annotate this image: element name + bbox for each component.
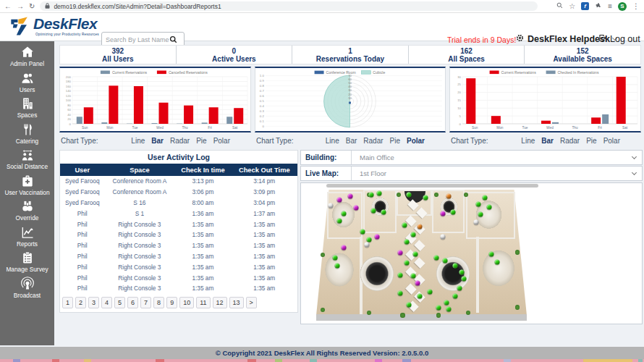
status-dot-white[interactable] [329, 203, 334, 208]
back-icon[interactable]: ← [4, 0, 12, 13]
chart-type-radar[interactable]: Radar [170, 137, 190, 145]
status-dot-white[interactable] [440, 235, 445, 240]
page-button-7[interactable]: 7 [140, 297, 151, 308]
sidebar-item-manage-survey[interactable]: Manage Survey [0, 251, 54, 273]
status-dot-green[interactable] [436, 305, 441, 310]
building-select[interactable]: Building: Main Office [300, 150, 643, 165]
profile-avatar[interactable]: S [618, 2, 627, 11]
status-dot-green[interactable] [360, 229, 365, 234]
chart-type-pie[interactable]: Pie [586, 137, 596, 145]
page-button-4[interactable]: 4 [101, 297, 112, 308]
deskflex-extension-icon[interactable]: f [581, 2, 589, 10]
map-scrollbar[interactable] [326, 184, 538, 188]
forward-icon[interactable]: → [17, 0, 24, 13]
page-button-11[interactable]: 11 [196, 297, 210, 308]
page-button-12[interactable]: 12 [213, 297, 227, 308]
page-button-10[interactable]: 10 [179, 297, 194, 308]
status-dot-green[interactable] [488, 251, 493, 256]
sidebar-item-users[interactable]: Users [0, 71, 54, 93]
sidebar-item-user-vaccination[interactable]: User Vaccination [0, 174, 54, 196]
magnifier-icon[interactable] [169, 33, 177, 46]
chart-type-pie[interactable]: Pie [390, 137, 400, 145]
status-dot-green[interactable] [486, 204, 491, 209]
status-dot-magenta[interactable] [347, 194, 352, 199]
status-dot-orange[interactable] [446, 194, 452, 199]
status-dot-green[interactable] [459, 270, 464, 275]
search-input[interactable] [106, 36, 169, 43]
chart-type-pie[interactable]: Pie [196, 137, 206, 145]
status-dot-green[interactable] [335, 263, 340, 268]
status-dot-magenta[interactable] [375, 235, 380, 240]
status-dot-green[interactable] [428, 290, 433, 295]
chart-type-radar[interactable]: Radar [560, 137, 580, 145]
status-dot-orange[interactable] [417, 224, 422, 229]
status-dot-magenta[interactable] [440, 211, 445, 216]
sidebar-item-admin-panel[interactable]: Admin Panel [0, 45, 54, 67]
status-dot-green[interactable] [366, 237, 371, 242]
status-dot-green[interactable] [337, 219, 342, 224]
page-button-8[interactable]: 8 [153, 297, 164, 308]
status-dot-green[interactable] [412, 251, 418, 256]
chart-type-bar[interactable]: Bar [346, 137, 357, 145]
chart-type-line[interactable]: Line [521, 137, 535, 145]
search-icon[interactable] [556, 2, 563, 10]
page-button-6[interactable]: 6 [127, 297, 138, 308]
status-dot-green[interactable] [407, 193, 412, 198]
status-dot-green[interactable] [381, 209, 386, 214]
status-dot-green[interactable] [377, 191, 382, 196]
status-dot-green[interactable] [410, 274, 415, 279]
status-dot-magenta[interactable] [354, 206, 359, 211]
status-dot-green[interactable] [402, 222, 407, 227]
status-dot-green[interactable] [398, 272, 403, 277]
status-dot-green[interactable] [404, 240, 410, 245]
status-dot-green[interactable] [410, 232, 415, 237]
sidebar-item-override[interactable]: Override [0, 199, 54, 222]
page-button-3[interactable]: 3 [88, 297, 99, 308]
status-dot-green[interactable] [478, 212, 483, 217]
status-dot-green[interactable] [495, 259, 500, 264]
sidebar-item-broadcast[interactable]: Broadcast [0, 277, 54, 299]
status-dot-green[interactable] [442, 258, 447, 263]
sidebar-item-spaces[interactable]: Spaces [0, 96, 54, 119]
logout-button[interactable]: Log out [598, 33, 640, 45]
status-dot-white[interactable] [364, 243, 369, 248]
page-button-1[interactable]: 1 [62, 297, 73, 308]
status-dot-green[interactable] [446, 306, 452, 311]
status-dot-green[interactable] [451, 209, 456, 214]
status-dot-green[interactable] [476, 201, 481, 206]
status-dot-magenta[interactable] [337, 198, 342, 203]
url-bar[interactable]: demo19.deskflex.com/SiteAdmin?Detail=Das… [40, 1, 538, 11]
status-dot-green[interactable] [407, 303, 412, 308]
menu-dots-icon[interactable]: ⋮ [632, 0, 640, 13]
status-dot-green[interactable] [404, 261, 410, 266]
extensions-puzzle-icon[interactable] [595, 2, 602, 11]
chart-type-bar[interactable]: Bar [151, 137, 164, 145]
page-button-2[interactable]: 2 [75, 297, 86, 308]
sidebar-item-reports[interactable]: Reports [0, 225, 54, 248]
status-dot-green[interactable] [453, 263, 458, 268]
status-dot-green[interactable] [482, 195, 487, 200]
status-dot-green[interactable] [433, 256, 438, 261]
status-dot-white[interactable] [474, 220, 479, 225]
status-dot-magenta[interactable] [398, 250, 403, 255]
chart-type-polar[interactable]: Polar [213, 137, 230, 145]
chart-type-polar[interactable]: Polar [407, 137, 425, 145]
page-button-5[interactable]: 5 [114, 297, 125, 308]
bookmark-star-icon[interactable]: ☆ [569, 0, 575, 13]
page-button-13[interactable]: 13 [229, 297, 244, 308]
sidebar-item-catering[interactable]: Catering [0, 122, 54, 145]
chart-type-bar[interactable]: Bar [541, 137, 554, 145]
status-dot-green[interactable] [461, 277, 466, 282]
chart-type-radar[interactable]: Radar [363, 137, 383, 145]
status-dot-green[interactable] [457, 285, 462, 290]
page-button-9[interactable]: 9 [166, 297, 177, 308]
sidebar-item-social-distance[interactable]: Social Distance [0, 148, 54, 170]
status-dot-magenta[interactable] [415, 280, 420, 285]
chart-type-polar[interactable]: Polar [603, 137, 620, 145]
refresh-icon[interactable]: ↻ [29, 0, 35, 13]
status-dot-green[interactable] [398, 290, 403, 295]
status-dot-magenta[interactable] [341, 245, 346, 250]
status-dot-green[interactable] [453, 293, 458, 298]
status-dot-green[interactable] [368, 193, 373, 198]
reading-list-icon[interactable]: ≡ [608, 0, 612, 13]
